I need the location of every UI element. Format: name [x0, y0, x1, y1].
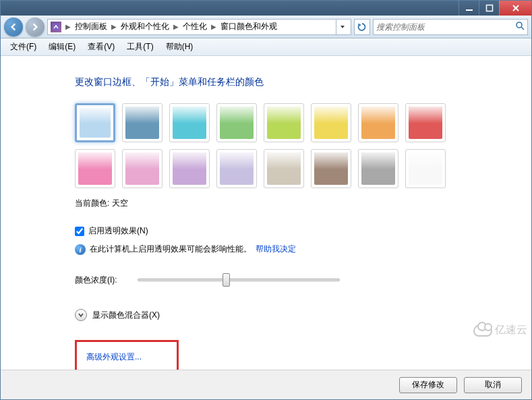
- titlebar: [1, 1, 531, 16]
- cancel-button[interactable]: 取消: [464, 377, 522, 393]
- advanced-highlight-box: 高级外观设置...: [75, 340, 179, 370]
- color-swatch[interactable]: [405, 103, 446, 142]
- page-title: 更改窗口边框、「开始」菜单和任务栏的颜色: [75, 76, 531, 88]
- performance-text: 在此计算机上启用透明效果可能会影响性能。: [90, 244, 252, 255]
- control-panel-icon: [51, 22, 61, 32]
- color-swatch[interactable]: [264, 103, 304, 142]
- color-swatch[interactable]: [122, 103, 162, 142]
- color-swatch[interactable]: [311, 103, 351, 142]
- performance-info-row: i 在此计算机上启用透明效果可能会影响性能。 帮助我决定: [75, 244, 531, 255]
- menu-help[interactable]: 帮助(H): [160, 39, 199, 55]
- color-swatch[interactable]: [75, 103, 115, 142]
- breadcrumb-segment[interactable]: 个性化: [180, 21, 210, 32]
- color-swatch[interactable]: [216, 149, 257, 188]
- current-color-row: 当前颜色: 天空: [75, 198, 531, 209]
- chevron-right-icon: ▶: [110, 23, 118, 30]
- intensity-label: 颜色浓度(I):: [75, 275, 117, 286]
- color-swatch[interactable]: [122, 149, 162, 188]
- chevron-right-icon: ▶: [64, 23, 72, 30]
- search-icon[interactable]: [515, 21, 525, 32]
- refresh-button[interactable]: [354, 19, 370, 35]
- back-button[interactable]: [4, 18, 23, 36]
- info-icon: i: [75, 244, 86, 255]
- help-decide-link[interactable]: 帮助我决定: [256, 244, 296, 255]
- intensity-row: 颜色浓度(I):: [75, 273, 531, 287]
- advanced-appearance-link[interactable]: 高级外观设置...: [86, 352, 142, 362]
- svg-rect-2: [53, 24, 59, 30]
- svg-point-3: [516, 22, 522, 28]
- save-button[interactable]: 保存修改: [399, 377, 457, 393]
- menu-view[interactable]: 查看(V): [82, 39, 120, 55]
- color-mixer-label[interactable]: 显示颜色混合器(X): [92, 310, 160, 321]
- transparency-checkbox[interactable]: [75, 227, 84, 236]
- cloud-icon: [473, 324, 492, 337]
- maximize-button[interactable]: [479, 1, 499, 16]
- footer: 保存修改 取消: [1, 370, 531, 399]
- color-swatch[interactable]: [169, 103, 210, 142]
- breadcrumb-segment[interactable]: 窗口颜色和外观: [218, 21, 280, 32]
- breadcrumb-segment[interactable]: 外观和个性化: [118, 21, 172, 32]
- color-mixer-row[interactable]: 显示颜色混合器(X): [75, 309, 531, 321]
- transparency-row: 启用透明效果(N): [75, 225, 531, 237]
- search-input[interactable]: [376, 22, 515, 32]
- color-swatch[interactable]: [216, 103, 257, 142]
- breadcrumb-dropdown[interactable]: [336, 20, 348, 34]
- menu-file[interactable]: 文件(F): [5, 39, 42, 55]
- intensity-slider[interactable]: [138, 273, 340, 287]
- transparency-label[interactable]: 启用透明效果(N): [88, 225, 148, 237]
- nav-toolbar: ▶ 控制面板 ▶ 外观和个性化 ▶ 个性化 ▶ 窗口颜色和外观: [1, 16, 531, 38]
- slider-track: [138, 279, 340, 281]
- chevron-down-icon[interactable]: [75, 309, 87, 321]
- search-box[interactable]: [373, 19, 528, 35]
- content-area: 更改窗口边框、「开始」菜单和任务栏的颜色 当前颜色: 天空 启用透明效果(N) …: [1, 56, 531, 370]
- menu-edit[interactable]: 编辑(E): [43, 39, 81, 55]
- svg-rect-1: [486, 5, 492, 11]
- current-color-value: 天空: [112, 198, 128, 208]
- minimize-button[interactable]: [459, 1, 479, 16]
- close-button[interactable]: [499, 1, 531, 16]
- watermark: 亿速云: [473, 323, 527, 337]
- color-swatch[interactable]: [311, 149, 351, 188]
- window-frame: ▶ 控制面板 ▶ 外观和个性化 ▶ 个性化 ▶ 窗口颜色和外观 文件(F) 编辑…: [0, 0, 532, 400]
- chevron-right-icon: ▶: [210, 23, 218, 30]
- current-color-label: 当前颜色:: [75, 198, 109, 208]
- chevron-right-icon: ▶: [172, 23, 180, 30]
- slider-thumb[interactable]: [223, 273, 230, 287]
- color-swatch[interactable]: [358, 149, 398, 188]
- color-swatch[interactable]: [405, 149, 446, 188]
- breadcrumb[interactable]: ▶ 控制面板 ▶ 外观和个性化 ▶ 个性化 ▶ 窗口颜色和外观: [47, 19, 351, 35]
- menu-tools[interactable]: 工具(T): [121, 39, 158, 55]
- color-swatch[interactable]: [264, 149, 304, 188]
- menubar: 文件(F) 编辑(E) 查看(V) 工具(T) 帮助(H): [1, 38, 531, 56]
- color-swatch[interactable]: [358, 103, 398, 142]
- color-swatch[interactable]: [169, 149, 210, 188]
- svg-rect-0: [466, 9, 473, 11]
- color-swatches: [75, 103, 479, 188]
- color-swatch[interactable]: [75, 149, 115, 188]
- watermark-text: 亿速云: [495, 323, 527, 337]
- forward-button[interactable]: [26, 18, 45, 36]
- breadcrumb-segment[interactable]: 控制面板: [72, 21, 110, 32]
